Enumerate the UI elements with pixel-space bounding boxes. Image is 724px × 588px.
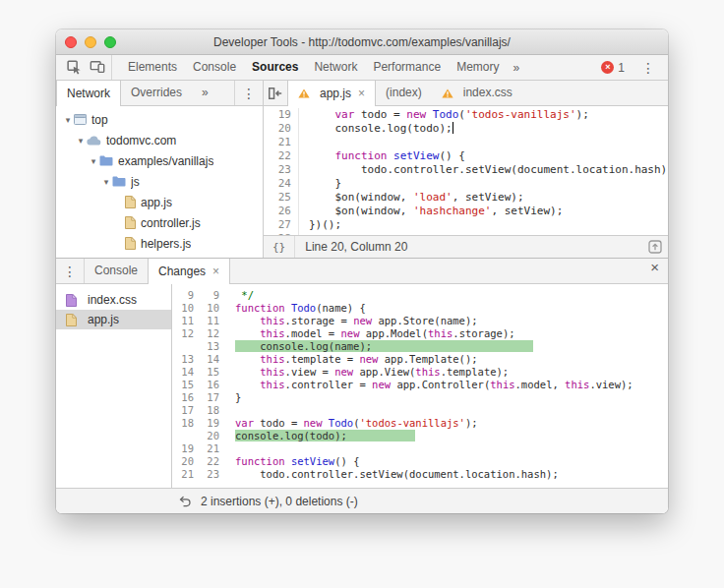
line-number[interactable]: 25 [264,191,299,205]
source-tab-index-css[interactable]: index.css [432,81,522,105]
drawer-menu-button[interactable]: ⋮ [56,264,84,279]
source-tab-app-js[interactable]: app.js× [287,81,376,106]
close-tab-icon[interactable]: × [212,265,219,277]
diff-new-line-number: 23 [196,468,219,481]
changes-file-app-js[interactable]: app.js [56,310,171,329]
drawer-tab-changes[interactable]: Changes× [148,259,230,284]
tree-item-js[interactable]: ▾js [56,171,263,192]
line-number[interactable]: 24 [264,177,299,191]
expand-arrow-icon[interactable]: ▾ [75,136,87,146]
line-number[interactable]: 27 [264,218,299,232]
diff-code: */ [219,289,254,302]
source-tab-index[interactable]: (index) [376,81,432,105]
panel-tab-memory[interactable]: Memory [449,55,507,80]
diff-new-line-number: 20 [196,430,219,442]
code-text[interactable]: })(); [299,218,341,232]
close-tab-icon[interactable]: × [358,88,365,99]
code-text[interactable]: function setView() { [299,149,465,163]
zoom-window-button[interactable] [104,36,116,48]
code-text[interactable]: todo.controller.setView(document.locatio… [299,163,668,177]
toggle-navigator-button[interactable] [264,81,287,105]
diff-new-line-number: 19 [196,417,219,430]
device-toolbar-button[interactable] [86,55,112,80]
diff-new-line-number: 12 [196,327,219,340]
revert-changes-button[interactable] [178,496,192,507]
panel-tab-network[interactable]: Network [306,55,365,80]
changes-file-label: app.js [88,313,119,326]
navigator-tabbar: NetworkOverrides » ⋮ [56,81,263,106]
expand-arrow-icon[interactable]: ▾ [88,156,99,166]
close-drawer-button[interactable]: × [641,259,668,275]
drawer-tab-console[interactable]: Console [85,259,148,283]
expand-arrow-icon[interactable]: ▾ [100,177,112,187]
tree-item-controller-js[interactable]: controller.js [56,212,263,233]
diff-row: 1617} [172,391,668,404]
diff-new-line-number: 17 [196,391,219,404]
more-panels-button[interactable]: » [507,61,525,75]
code-text[interactable]: $on(window, 'hashchange', setView); [299,205,563,218]
file-tree: ▾top▾todomvc.com▾examples/vanillajs▾jsap… [56,106,263,258]
code-line: 22 function setView() { [264,149,668,163]
panel-tabs: ElementsConsoleSourcesNetworkPerformance… [120,55,507,80]
diff-view: 99 */1010function Todo(name) {1111 this.… [172,284,668,488]
diff-old-line-number: 9 [172,289,194,302]
source-tabbar: app.js×(index)index.css [264,81,668,106]
diff-row: 1516 this.controller = new app.Controlle… [172,379,668,391]
navigator-menu-button[interactable]: ⋮ [235,86,263,101]
inspect-element-button[interactable] [62,55,86,80]
devtools-menu-button[interactable]: ⋮ [634,60,662,76]
line-number[interactable]: 19 [264,108,299,122]
tree-item-top[interactable]: ▾top [56,109,263,130]
changes-file-index-css[interactable]: index.css [56,290,171,310]
navigator-tab-overrides[interactable]: Overrides [121,81,192,105]
sources-panel: NetworkOverrides » ⋮ ▾top▾todomvc.com▾ex… [56,81,668,258]
error-badge-icon[interactable]: × [601,61,614,74]
diff-code [219,442,235,455]
tree-item-examples-vanillajs[interactable]: ▾examples/vanillajs [56,150,263,171]
line-number[interactable]: 23 [264,163,299,177]
pretty-print-button[interactable]: {} [264,236,295,258]
expand-editor-button[interactable] [648,240,662,254]
window-title: Developer Tools - http://todomvc.com/exa… [213,35,511,49]
more-navigator-tabs-button[interactable]: » [192,81,218,105]
code-editor[interactable]: 19 var todo = new Todo('todos-vanillajs'… [264,106,668,235]
panel-tab-performance[interactable]: Performance [365,55,449,80]
minimize-window-button[interactable] [85,36,96,48]
tree-item-helpers-js[interactable]: helpers.js [56,233,263,254]
diff-code: console.log(todo); [219,430,415,442]
code-text[interactable]: var todo = new Todo('todos-vanillajs'); [299,108,589,122]
diff-old-line-number: 17 [172,404,194,417]
code-text[interactable]: console.log(todo); [299,122,453,136]
line-number[interactable]: 21 [264,136,299,149]
expand-arrow-icon[interactable]: ▾ [62,115,74,125]
code-text[interactable]: $on(window, 'load', setView); [299,191,524,205]
panel-tab-console[interactable]: Console [185,55,244,80]
cursor-position-text: Line 20, Column 20 [305,240,407,254]
js-file-icon [125,196,136,208]
panel-tab-sources[interactable]: Sources [244,55,306,80]
drawer: ⋮ ConsoleChanges× × index.cssapp.js 99 *… [56,258,668,513]
code-text[interactable] [299,136,309,149]
line-number[interactable]: 22 [264,149,299,163]
diff-new-line-number: 10 [196,302,219,315]
diff-new-line-number: 22 [196,455,219,468]
code-line: 23 todo.controller.setView(document.loca… [264,163,668,177]
line-number[interactable]: 20 [264,122,299,136]
drawer-tab-label: Changes [158,260,206,284]
error-count[interactable]: 1 [618,61,625,75]
tree-item-label: js [131,175,140,189]
close-window-button[interactable] [65,36,77,48]
tree-item-todomvc-com[interactable]: ▾todomvc.com [56,130,263,150]
window-titlebar[interactable]: Developer Tools - http://todomvc.com/exa… [56,29,668,55]
line-number[interactable]: 26 [264,205,299,218]
drawer-menu-cell: ⋮ [56,259,85,283]
tree-item-app-js[interactable]: app.js [56,192,263,212]
diff-row: 13 console.log(name); [172,340,668,353]
diff-row: 1212 this.model = new app.Model(this.sto… [172,327,668,340]
diff-old-line-number: 19 [172,442,194,455]
tree-item-label: controller.js [141,216,201,230]
diff-new-line-number: 18 [196,404,219,417]
navigator-tab-network[interactable]: Network [56,81,121,106]
panel-tab-elements[interactable]: Elements [120,55,185,80]
code-text[interactable]: } [299,177,341,191]
